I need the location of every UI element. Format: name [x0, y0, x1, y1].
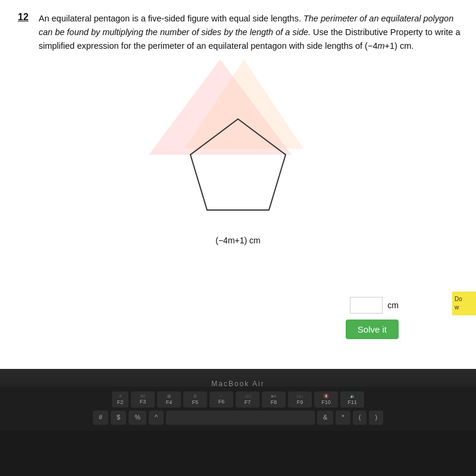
- answer-section: cm Solve it: [346, 297, 399, 339]
- pentagon-svg: [173, 113, 303, 232]
- key-f5[interactable]: ⊞ F5: [183, 392, 207, 408]
- keyboard-fn-row: ☀ F2 80 F3 ▦ F4 ⊞ F5 ··· F6 ◁◁ F7: [6, 392, 470, 408]
- answer-input[interactable]: [350, 297, 383, 314]
- macbook-label: MacBook Air: [211, 380, 264, 388]
- question-number: 12: [18, 12, 33, 23]
- side-note: Do w: [452, 292, 476, 315]
- key-f9[interactable]: ▷▷ F9: [288, 392, 312, 408]
- paper-content: 12 An equilateral pentagon is a five-sid…: [0, 0, 476, 369]
- key-lparen[interactable]: (: [353, 411, 367, 425]
- key-f11[interactable]: 🔉 F11: [340, 392, 364, 408]
- answer-unit: cm: [387, 300, 399, 310]
- figure-label: (−4m+1) cm: [215, 236, 260, 245]
- key-rparen[interactable]: ): [369, 411, 383, 425]
- key-f4[interactable]: ▦ F4: [157, 392, 181, 408]
- key-f2[interactable]: ☀ F2: [112, 392, 129, 408]
- key-f3[interactable]: 80 F3: [131, 392, 155, 408]
- question-text: An equilateral pentagon is a five-sided …: [39, 12, 464, 54]
- key-dollar[interactable]: $: [111, 411, 126, 425]
- key-asterisk[interactable]: *: [336, 411, 350, 425]
- key-hash[interactable]: #: [93, 411, 108, 425]
- solve-button[interactable]: Solve it: [346, 320, 399, 339]
- side-note-line2: w: [455, 304, 459, 311]
- svg-marker-0: [190, 119, 286, 210]
- spacebar[interactable]: [166, 411, 315, 425]
- question-header: 12 An equilateral pentagon is a five-sid…: [18, 12, 464, 54]
- side-note-line1: Do: [455, 296, 462, 302]
- laptop-bezel: MacBook Air ☀ F2 80 F3 ▦ F4 ⊞ F5 ··· F6: [0, 369, 476, 476]
- key-percent[interactable]: %: [129, 411, 146, 425]
- key-f10[interactable]: 🔇 F10: [314, 392, 338, 408]
- answer-row: cm: [350, 297, 399, 314]
- question-area: 12 An equilateral pentagon is a five-sid…: [18, 12, 464, 54]
- key-caret[interactable]: ^: [149, 411, 164, 425]
- key-f8[interactable]: ▶II F8: [262, 392, 286, 408]
- keyboard-area: ☀ F2 80 F3 ▦ F4 ⊞ F5 ··· F6 ◁◁ F7: [0, 387, 476, 431]
- key-f7[interactable]: ◁◁ F7: [236, 392, 259, 408]
- figure-area: (−4m+1) cm: [173, 113, 303, 245]
- key-f6[interactable]: ··· F6: [209, 392, 233, 408]
- keyboard-symbol-row: # $ % ^ & * ( ): [6, 411, 470, 425]
- key-ampersand[interactable]: &: [317, 411, 333, 425]
